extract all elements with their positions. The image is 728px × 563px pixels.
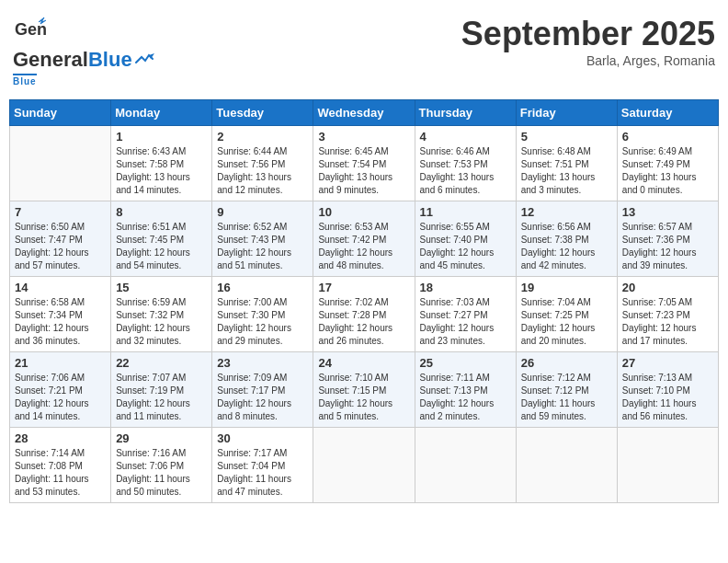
day-header-friday: Friday bbox=[516, 100, 617, 126]
calendar-cell: 26Sunrise: 7:12 AMSunset: 7:12 PMDayligh… bbox=[516, 352, 617, 428]
calendar-week-row: 14Sunrise: 6:58 AMSunset: 7:34 PMDayligh… bbox=[10, 277, 719, 352]
calendar-cell: 2Sunrise: 6:44 AMSunset: 7:56 PMDaylight… bbox=[212, 126, 313, 201]
calendar-cell: 9Sunrise: 6:52 AMSunset: 7:43 PMDaylight… bbox=[212, 201, 313, 277]
calendar-cell: 30Sunrise: 7:17 AMSunset: 7:04 PMDayligh… bbox=[212, 428, 313, 503]
day-info: Sunrise: 6:49 AMSunset: 7:49 PMDaylight:… bbox=[622, 145, 713, 197]
day-number: 25 bbox=[420, 356, 511, 370]
calendar-cell: 16Sunrise: 7:00 AMSunset: 7:30 PMDayligh… bbox=[212, 277, 313, 352]
day-info: Sunrise: 6:45 AMSunset: 7:54 PMDaylight:… bbox=[318, 145, 409, 197]
calendar-cell: 14Sunrise: 6:58 AMSunset: 7:34 PMDayligh… bbox=[10, 277, 111, 352]
logo: General General Blue Blue bbox=[13, 15, 154, 86]
calendar-cell: 20Sunrise: 7:05 AMSunset: 7:23 PMDayligh… bbox=[617, 277, 718, 352]
day-info: Sunrise: 6:48 AMSunset: 7:51 PMDaylight:… bbox=[521, 145, 612, 197]
day-info: Sunrise: 7:09 AMSunset: 7:17 PMDaylight:… bbox=[217, 372, 308, 423]
logo-blue: Blue bbox=[88, 48, 132, 72]
logo-icon: General bbox=[13, 15, 46, 48]
day-number: 29 bbox=[116, 431, 207, 445]
day-number: 16 bbox=[217, 281, 308, 294]
day-number: 19 bbox=[521, 281, 612, 294]
day-number: 17 bbox=[318, 281, 409, 294]
day-info: Sunrise: 6:55 AMSunset: 7:40 PMDaylight:… bbox=[420, 221, 511, 272]
calendar-cell: 6Sunrise: 6:49 AMSunset: 7:49 PMDaylight… bbox=[617, 126, 718, 201]
location-subtitle: Barla, Arges, Romania bbox=[461, 53, 715, 68]
day-number: 12 bbox=[521, 205, 612, 219]
calendar-week-row: 7Sunrise: 6:50 AMSunset: 7:47 PMDaylight… bbox=[10, 201, 719, 277]
day-info: Sunrise: 6:53 AMSunset: 7:42 PMDaylight:… bbox=[318, 221, 409, 272]
calendar-header-row: SundayMondayTuesdayWednesdayThursdayFrid… bbox=[10, 100, 719, 126]
day-info: Sunrise: 7:14 AMSunset: 7:08 PMDaylight:… bbox=[15, 447, 106, 499]
day-number: 10 bbox=[318, 205, 409, 219]
calendar-cell bbox=[516, 428, 617, 503]
day-info: Sunrise: 6:51 AMSunset: 7:45 PMDaylight:… bbox=[116, 221, 207, 272]
title-block: September 2025 Barla, Arges, Romania bbox=[461, 15, 715, 68]
calendar-cell: 15Sunrise: 6:59 AMSunset: 7:32 PMDayligh… bbox=[111, 277, 212, 352]
day-info: Sunrise: 7:04 AMSunset: 7:25 PMDaylight:… bbox=[521, 296, 612, 348]
calendar-cell: 8Sunrise: 6:51 AMSunset: 7:45 PMDaylight… bbox=[111, 201, 212, 277]
day-number: 2 bbox=[217, 130, 308, 144]
day-header-monday: Monday bbox=[111, 100, 212, 126]
day-number: 28 bbox=[15, 431, 106, 445]
day-number: 23 bbox=[217, 356, 308, 370]
day-number: 24 bbox=[318, 356, 409, 370]
day-info: Sunrise: 6:59 AMSunset: 7:32 PMDaylight:… bbox=[116, 296, 207, 348]
calendar-cell: 10Sunrise: 6:53 AMSunset: 7:42 PMDayligh… bbox=[313, 201, 415, 277]
calendar-cell: 24Sunrise: 7:10 AMSunset: 7:15 PMDayligh… bbox=[313, 352, 415, 428]
day-number: 21 bbox=[15, 356, 106, 370]
day-info: Sunrise: 7:12 AMSunset: 7:12 PMDaylight:… bbox=[521, 372, 612, 423]
day-info: Sunrise: 7:17 AMSunset: 7:04 PMDaylight:… bbox=[217, 447, 308, 499]
day-header-sunday: Sunday bbox=[10, 100, 111, 126]
logo-bird-icon bbox=[134, 52, 154, 66]
day-info: Sunrise: 6:52 AMSunset: 7:43 PMDaylight:… bbox=[217, 221, 308, 272]
calendar-cell: 22Sunrise: 7:07 AMSunset: 7:19 PMDayligh… bbox=[111, 352, 212, 428]
calendar-cell: 13Sunrise: 6:57 AMSunset: 7:36 PMDayligh… bbox=[617, 201, 718, 277]
day-info: Sunrise: 6:46 AMSunset: 7:53 PMDaylight:… bbox=[420, 145, 511, 197]
day-number: 6 bbox=[622, 130, 713, 144]
calendar-table: SundayMondayTuesdayWednesdayThursdayFrid… bbox=[9, 99, 719, 503]
day-info: Sunrise: 7:11 AMSunset: 7:13 PMDaylight:… bbox=[420, 372, 511, 423]
calendar-week-row: 28Sunrise: 7:14 AMSunset: 7:08 PMDayligh… bbox=[10, 428, 719, 503]
day-number: 18 bbox=[420, 281, 511, 294]
calendar-week-row: 1Sunrise: 6:43 AMSunset: 7:58 PMDaylight… bbox=[10, 126, 719, 201]
calendar-cell: 1Sunrise: 6:43 AMSunset: 7:58 PMDaylight… bbox=[111, 126, 212, 201]
day-info: Sunrise: 7:03 AMSunset: 7:27 PMDaylight:… bbox=[420, 296, 511, 348]
calendar-cell: 12Sunrise: 6:56 AMSunset: 7:38 PMDayligh… bbox=[516, 201, 617, 277]
day-info: Sunrise: 6:43 AMSunset: 7:58 PMDaylight:… bbox=[116, 145, 207, 197]
day-info: Sunrise: 7:13 AMSunset: 7:10 PMDaylight:… bbox=[622, 372, 713, 423]
day-header-wednesday: Wednesday bbox=[313, 100, 415, 126]
day-header-thursday: Thursday bbox=[415, 100, 516, 126]
day-info: Sunrise: 7:10 AMSunset: 7:15 PMDaylight:… bbox=[318, 372, 409, 423]
day-info: Sunrise: 7:16 AMSunset: 7:06 PMDaylight:… bbox=[116, 447, 207, 499]
day-number: 4 bbox=[420, 130, 511, 144]
day-number: 5 bbox=[521, 130, 612, 144]
calendar-cell: 19Sunrise: 7:04 AMSunset: 7:25 PMDayligh… bbox=[516, 277, 617, 352]
page-header: General General Blue Blue September 2025… bbox=[9, 9, 719, 92]
calendar-cell: 29Sunrise: 7:16 AMSunset: 7:06 PMDayligh… bbox=[111, 428, 212, 503]
day-number: 7 bbox=[15, 205, 106, 219]
calendar-week-row: 21Sunrise: 7:06 AMSunset: 7:21 PMDayligh… bbox=[10, 352, 719, 428]
day-number: 9 bbox=[217, 205, 308, 219]
calendar-cell: 4Sunrise: 6:46 AMSunset: 7:53 PMDaylight… bbox=[415, 126, 516, 201]
day-number: 22 bbox=[116, 356, 207, 370]
day-info: Sunrise: 7:02 AMSunset: 7:28 PMDaylight:… bbox=[318, 296, 409, 348]
day-header-saturday: Saturday bbox=[617, 100, 718, 126]
day-number: 14 bbox=[15, 281, 106, 294]
day-number: 30 bbox=[217, 431, 308, 445]
day-info: Sunrise: 7:07 AMSunset: 7:19 PMDaylight:… bbox=[116, 372, 207, 423]
day-number: 27 bbox=[622, 356, 713, 370]
calendar-cell: 17Sunrise: 7:02 AMSunset: 7:28 PMDayligh… bbox=[313, 277, 415, 352]
calendar-cell: 25Sunrise: 7:11 AMSunset: 7:13 PMDayligh… bbox=[415, 352, 516, 428]
calendar-cell: 11Sunrise: 6:55 AMSunset: 7:40 PMDayligh… bbox=[415, 201, 516, 277]
day-info: Sunrise: 6:58 AMSunset: 7:34 PMDaylight:… bbox=[15, 296, 106, 348]
day-info: Sunrise: 7:05 AMSunset: 7:23 PMDaylight:… bbox=[622, 296, 713, 348]
calendar-cell: 5Sunrise: 6:48 AMSunset: 7:51 PMDaylight… bbox=[516, 126, 617, 201]
month-title: September 2025 bbox=[461, 15, 715, 53]
calendar-cell: 27Sunrise: 7:13 AMSunset: 7:10 PMDayligh… bbox=[617, 352, 718, 428]
day-info: Sunrise: 6:44 AMSunset: 7:56 PMDaylight:… bbox=[217, 145, 308, 197]
calendar-cell: 7Sunrise: 6:50 AMSunset: 7:47 PMDaylight… bbox=[10, 201, 111, 277]
day-number: 8 bbox=[116, 205, 207, 219]
day-info: Sunrise: 7:00 AMSunset: 7:30 PMDaylight:… bbox=[217, 296, 308, 348]
day-number: 20 bbox=[622, 281, 713, 294]
day-header-tuesday: Tuesday bbox=[212, 100, 313, 126]
calendar-cell: 18Sunrise: 7:03 AMSunset: 7:27 PMDayligh… bbox=[415, 277, 516, 352]
calendar-cell bbox=[415, 428, 516, 503]
